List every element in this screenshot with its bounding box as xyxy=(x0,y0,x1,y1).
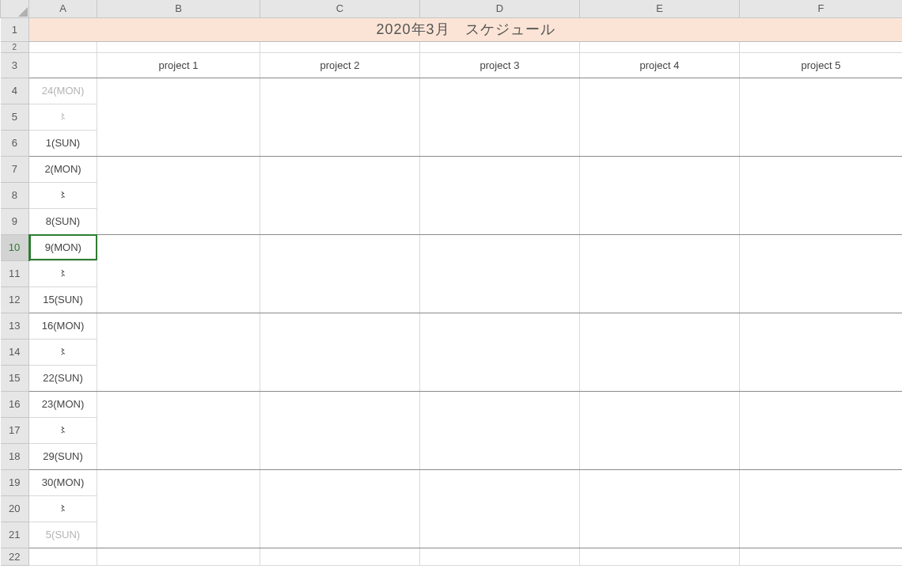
cell-D19[interactable] xyxy=(420,469,580,548)
col-header-C[interactable]: C xyxy=(260,0,420,17)
row-header-1[interactable]: 1 xyxy=(1,17,29,41)
cell-C22[interactable] xyxy=(260,548,420,565)
row-header-4[interactable]: 4 xyxy=(1,78,29,104)
cell-F2[interactable] xyxy=(740,41,903,52)
cell-D10[interactable] xyxy=(420,234,580,313)
cell-B13[interactable] xyxy=(97,313,260,391)
row-header-13[interactable]: 13 xyxy=(1,313,29,339)
cell-B16[interactable] xyxy=(97,391,260,469)
cell-A8[interactable]: 〻 xyxy=(29,182,97,208)
cell-E22[interactable] xyxy=(580,548,740,565)
spreadsheet-grid[interactable]: A B C D E F 1 2020年3月 スケジュール 2 3 project… xyxy=(0,0,902,566)
row-header-17[interactable]: 17 xyxy=(1,417,29,443)
cell-B3[interactable]: project 1 xyxy=(97,52,260,78)
row-header-10[interactable]: 10 xyxy=(1,234,29,260)
cell-B4[interactable] xyxy=(97,78,260,156)
cell-A21[interactable]: 5(SUN) xyxy=(29,522,97,548)
cell-E19[interactable] xyxy=(580,469,740,548)
row-header-2[interactable]: 2 xyxy=(1,41,29,52)
cell-F10[interactable] xyxy=(740,234,903,313)
cell-A9[interactable]: 8(SUN) xyxy=(29,208,97,234)
cell-A2[interactable] xyxy=(29,41,97,52)
col-header-A[interactable]: A xyxy=(29,0,97,17)
cell-E7[interactable] xyxy=(580,156,740,234)
row-header-22[interactable]: 22 xyxy=(1,548,29,565)
row-19: 19 30(MON) xyxy=(1,469,903,495)
cell-D16[interactable] xyxy=(420,391,580,469)
cell-D4[interactable] xyxy=(420,78,580,156)
cell-A13[interactable]: 16(MON) xyxy=(29,313,97,339)
row-header-9[interactable]: 9 xyxy=(1,208,29,234)
cell-A7[interactable]: 2(MON) xyxy=(29,156,97,182)
row-10: 10 9(MON) xyxy=(1,234,903,260)
cell-F22[interactable] xyxy=(740,548,903,565)
row-header-5[interactable]: 5 xyxy=(1,104,29,130)
cell-A19[interactable]: 30(MON) xyxy=(29,469,97,495)
cell-F13[interactable] xyxy=(740,313,903,391)
cell-E13[interactable] xyxy=(580,313,740,391)
cell-C3[interactable]: project 2 xyxy=(260,52,420,78)
cell-C10[interactable] xyxy=(260,234,420,313)
cell-F7[interactable] xyxy=(740,156,903,234)
cell-A12[interactable]: 15(SUN) xyxy=(29,286,97,313)
row-header-14[interactable]: 14 xyxy=(1,339,29,365)
row-header-19[interactable]: 19 xyxy=(1,469,29,495)
cell-F4[interactable] xyxy=(740,78,903,156)
cell-E10[interactable] xyxy=(580,234,740,313)
row-header-6[interactable]: 6 xyxy=(1,130,29,156)
row-header-15[interactable]: 15 xyxy=(1,365,29,391)
select-all-corner[interactable] xyxy=(1,0,29,17)
cell-C13[interactable] xyxy=(260,313,420,391)
cell-E4[interactable] xyxy=(580,78,740,156)
row-header-7[interactable]: 7 xyxy=(1,156,29,182)
cell-A14[interactable]: 〻 xyxy=(29,339,97,365)
cell-A16[interactable]: 23(MON) xyxy=(29,391,97,417)
cell-B10[interactable] xyxy=(97,234,260,313)
cell-C16[interactable] xyxy=(260,391,420,469)
cell-D22[interactable] xyxy=(420,548,580,565)
row-header-18[interactable]: 18 xyxy=(1,443,29,469)
cell-F16[interactable] xyxy=(740,391,903,469)
cell-A5[interactable]: 〻 xyxy=(29,104,97,130)
col-header-B[interactable]: B xyxy=(97,0,260,17)
cell-B19[interactable] xyxy=(97,469,260,548)
cell-B7[interactable] xyxy=(97,156,260,234)
row-header-8[interactable]: 8 xyxy=(1,182,29,208)
cell-C2[interactable] xyxy=(260,41,420,52)
cell-F3[interactable]: project 5 xyxy=(740,52,903,78)
col-header-F[interactable]: F xyxy=(740,0,903,17)
cell-A17[interactable]: 〻 xyxy=(29,417,97,443)
row-header-3[interactable]: 3 xyxy=(1,52,29,78)
cell-E2[interactable] xyxy=(580,41,740,52)
row-header-12[interactable]: 12 xyxy=(1,286,29,313)
cell-A3[interactable] xyxy=(29,52,97,78)
cell-D13[interactable] xyxy=(420,313,580,391)
cell-B22[interactable] xyxy=(97,548,260,565)
cell-E16[interactable] xyxy=(580,391,740,469)
row-header-21[interactable]: 21 xyxy=(1,522,29,548)
row-header-16[interactable]: 16 xyxy=(1,391,29,417)
row-3: 3 project 1 project 2 project 3 project … xyxy=(1,52,903,78)
row-header-20[interactable]: 20 xyxy=(1,495,29,522)
row-header-11[interactable]: 11 xyxy=(1,260,29,286)
cell-A10[interactable]: 9(MON) xyxy=(29,234,97,260)
cell-A20[interactable]: 〻 xyxy=(29,495,97,522)
cell-A11[interactable]: 〻 xyxy=(29,260,97,286)
cell-C19[interactable] xyxy=(260,469,420,548)
cell-D2[interactable] xyxy=(420,41,580,52)
title-cell[interactable]: 2020年3月 スケジュール xyxy=(29,17,903,41)
cell-D7[interactable] xyxy=(420,156,580,234)
cell-C7[interactable] xyxy=(260,156,420,234)
cell-C4[interactable] xyxy=(260,78,420,156)
cell-E3[interactable]: project 4 xyxy=(580,52,740,78)
cell-F19[interactable] xyxy=(740,469,903,548)
cell-A6[interactable]: 1(SUN) xyxy=(29,130,97,156)
cell-A4[interactable]: 24(MON) xyxy=(29,78,97,104)
cell-D3[interactable]: project 3 xyxy=(420,52,580,78)
cell-B2[interactable] xyxy=(97,41,260,52)
col-header-E[interactable]: E xyxy=(580,0,740,17)
cell-A15[interactable]: 22(SUN) xyxy=(29,365,97,391)
cell-A22[interactable] xyxy=(29,548,97,565)
cell-A18[interactable]: 29(SUN) xyxy=(29,443,97,469)
col-header-D[interactable]: D xyxy=(420,0,580,17)
